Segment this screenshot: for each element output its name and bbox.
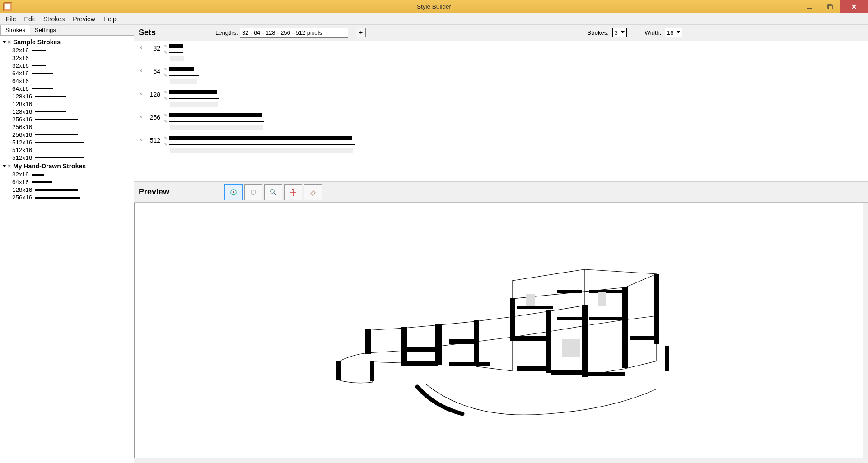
stroke-item[interactable]: 32x16 bbox=[3, 46, 131, 54]
svg-rect-35 bbox=[370, 361, 374, 381]
svg-point-6 bbox=[233, 191, 234, 193]
stroke-item[interactable]: 64x16 bbox=[3, 178, 131, 186]
add-length-button[interactable]: + bbox=[356, 28, 366, 37]
set-length: 64 bbox=[147, 67, 160, 75]
strokes-count-label: Strokes: bbox=[587, 29, 609, 36]
set-stroke-preview[interactable] bbox=[169, 67, 194, 71]
sidebar: Strokes Settings ✕Sample Strokes32x1632x… bbox=[0, 25, 134, 463]
menu-edit[interactable]: Edit bbox=[21, 14, 39, 24]
stroke-item[interactable]: 32x16 bbox=[3, 62, 131, 69]
svg-rect-37 bbox=[526, 294, 535, 306]
strokes-count-select[interactable]: 3 bbox=[612, 28, 627, 37]
svg-rect-38 bbox=[598, 292, 606, 306]
set-stroke-placeholder[interactable] bbox=[170, 148, 353, 153]
svg-rect-21 bbox=[517, 306, 553, 309]
stroke-preview bbox=[32, 58, 46, 58]
svg-rect-39 bbox=[562, 339, 580, 357]
stroke-preview bbox=[32, 50, 46, 51]
menu-strokes[interactable]: Strokes bbox=[40, 14, 68, 24]
svg-rect-31 bbox=[517, 366, 548, 371]
orbit-tool-button[interactable] bbox=[224, 184, 243, 200]
stroke-item[interactable]: 128x16 bbox=[3, 93, 131, 100]
stroke-item[interactable]: 32x16 bbox=[3, 54, 131, 62]
set-stroke-placeholder[interactable] bbox=[170, 125, 263, 130]
set-stroke-preview[interactable] bbox=[169, 52, 183, 53]
lengths-input[interactable] bbox=[240, 28, 348, 38]
set-row: ✕32✎✎ bbox=[134, 41, 868, 64]
menu-file[interactable]: File bbox=[2, 14, 20, 24]
svg-point-7 bbox=[271, 190, 274, 193]
remove-set-icon[interactable]: ✕ bbox=[139, 113, 143, 120]
set-row: ✕128✎✎ bbox=[134, 87, 868, 110]
stroke-item[interactable]: 256x16 bbox=[3, 123, 131, 131]
remove-group-icon[interactable]: ✕ bbox=[7, 39, 11, 45]
set-row: ✕512✎✎ bbox=[134, 133, 868, 156]
stroke-item[interactable]: 64x16 bbox=[3, 85, 131, 93]
stroke-preview bbox=[32, 65, 46, 66]
stroke-label: 256x16 bbox=[12, 116, 32, 123]
menubar: File Edit Strokes Preview Help bbox=[0, 13, 868, 25]
set-stroke-preview[interactable] bbox=[169, 90, 217, 94]
group-header[interactable]: ✕My Hand-Drawn Strokes bbox=[3, 162, 131, 171]
set-stroke-preview[interactable] bbox=[169, 75, 199, 76]
stroke-preview bbox=[32, 181, 52, 183]
stroke-label: 128x16 bbox=[12, 186, 32, 193]
eraser-tool-button[interactable] bbox=[304, 184, 322, 200]
stroke-preview bbox=[35, 111, 66, 112]
set-stroke-placeholder[interactable] bbox=[170, 102, 218, 107]
stroke-item[interactable]: 32x16 bbox=[3, 171, 131, 178]
zoom-tool-button[interactable] bbox=[264, 184, 282, 200]
stroke-item[interactable]: 512x16 bbox=[3, 139, 131, 146]
svg-rect-20 bbox=[510, 336, 548, 341]
menu-help[interactable]: Help bbox=[100, 14, 120, 24]
stroke-item[interactable]: 64x16 bbox=[3, 77, 131, 85]
tab-settings[interactable]: Settings bbox=[30, 25, 61, 35]
remove-set-icon[interactable]: ✕ bbox=[139, 136, 143, 143]
set-length: 256 bbox=[147, 113, 160, 121]
stroke-label: 128x16 bbox=[12, 101, 32, 107]
group-header[interactable]: ✕Sample Strokes bbox=[3, 37, 131, 46]
preview-title: Preview bbox=[139, 187, 215, 197]
svg-rect-30 bbox=[630, 336, 654, 340]
titlebar: Style Builder bbox=[0, 0, 868, 13]
maximize-button[interactable] bbox=[820, 0, 840, 13]
stroke-item[interactable]: 128x16 bbox=[3, 186, 131, 194]
stroke-item[interactable]: 512x16 bbox=[3, 146, 131, 154]
remove-set-icon[interactable]: ✕ bbox=[139, 67, 143, 74]
stroke-item[interactable]: 128x16 bbox=[3, 108, 131, 116]
set-stroke-preview[interactable] bbox=[169, 44, 183, 48]
stroke-item[interactable]: 256x16 bbox=[3, 131, 131, 139]
stroke-label: 64x16 bbox=[12, 85, 29, 92]
expand-icon bbox=[3, 41, 6, 43]
set-stroke-placeholder[interactable] bbox=[170, 56, 184, 61]
stroke-item[interactable]: 256x16 bbox=[3, 116, 131, 123]
zoom-extents-button[interactable] bbox=[284, 184, 302, 200]
stroke-label: 32x16 bbox=[12, 47, 29, 54]
sets-header: Sets Lengths: + Strokes: 3 Width: 16 bbox=[134, 25, 868, 38]
stroke-preview bbox=[35, 127, 78, 127]
set-stroke-preview[interactable] bbox=[169, 113, 262, 117]
set-stroke-preview[interactable] bbox=[169, 121, 264, 122]
remove-set-icon[interactable]: ✕ bbox=[139, 90, 143, 97]
set-row: ✕64✎✎ bbox=[134, 64, 868, 87]
remove-set-icon[interactable]: ✕ bbox=[139, 44, 143, 51]
width-select[interactable]: 16 bbox=[665, 28, 682, 37]
preview-canvas[interactable] bbox=[134, 203, 863, 458]
stroke-item[interactable]: 256x16 bbox=[3, 194, 131, 201]
stroke-label: 512x16 bbox=[12, 147, 32, 153]
stroke-item[interactable]: 128x16 bbox=[3, 100, 131, 108]
pan-tool-button[interactable] bbox=[244, 184, 262, 200]
stroke-label: 32x16 bbox=[12, 62, 29, 69]
close-button[interactable] bbox=[840, 0, 868, 13]
minimize-button[interactable] bbox=[799, 0, 820, 13]
set-stroke-preview[interactable] bbox=[169, 144, 355, 145]
set-stroke-preview[interactable] bbox=[169, 136, 352, 140]
stroke-item[interactable]: 64x16 bbox=[3, 69, 131, 77]
remove-group-icon[interactable]: ✕ bbox=[7, 163, 11, 169]
stroke-item[interactable]: 512x16 bbox=[3, 154, 131, 162]
set-stroke-placeholder[interactable] bbox=[170, 79, 197, 84]
set-stroke-preview[interactable] bbox=[169, 98, 219, 99]
tab-strokes[interactable]: Strokes bbox=[0, 25, 30, 35]
svg-rect-36 bbox=[665, 346, 669, 371]
menu-preview[interactable]: Preview bbox=[69, 14, 99, 24]
